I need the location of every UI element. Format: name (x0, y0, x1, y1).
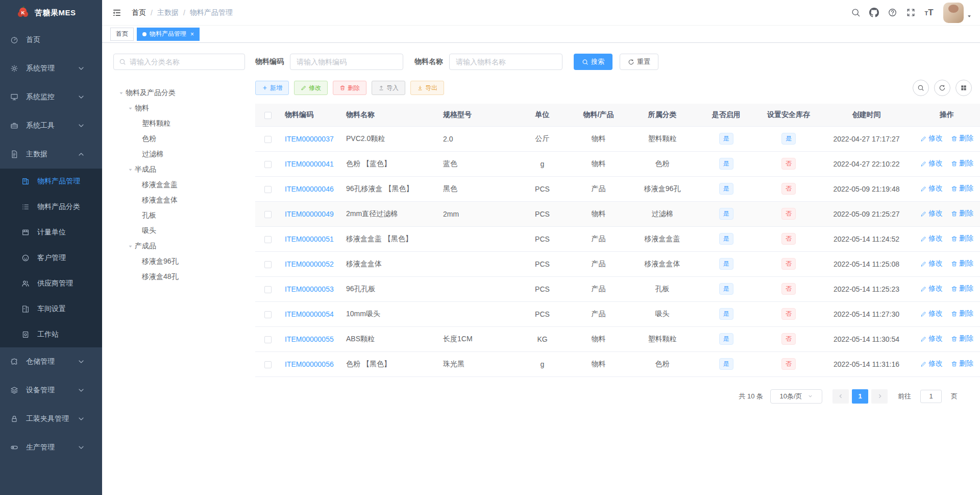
page-size-select[interactable]: 10条/页 (770, 389, 822, 404)
column-settings-icon[interactable] (955, 80, 972, 96)
material-code-link[interactable]: ITEM00000052 (285, 260, 334, 268)
tab-物料产品管理[interactable]: 物料产品管理× (137, 28, 200, 41)
row-delete-link[interactable]: 删除 (951, 309, 973, 318)
tree-node[interactable]: 移液盒96孔 (113, 254, 245, 269)
row-edit-link[interactable]: 修改 (920, 209, 943, 218)
row-delete-link[interactable]: 删除 (951, 184, 973, 193)
row-edit-link[interactable]: 修改 (920, 309, 943, 318)
sidebar-item-home[interactable]: 首页 (0, 26, 102, 54)
edit-button[interactable]: 修改 (294, 81, 328, 95)
app-logo[interactable]: K 苦糖果MES (0, 0, 102, 26)
tree-node[interactable]: 塑料颗粒 (113, 116, 245, 131)
sidebar-item-master-data[interactable]: 主数据 (0, 140, 102, 169)
sidebar-item-system-monitor[interactable]: 系统监控 (0, 83, 102, 111)
material-code-link[interactable]: ITEM00000037 (285, 135, 334, 143)
tree-node[interactable]: 过滤棉 (113, 147, 245, 162)
row-delete-link[interactable]: 删除 (951, 359, 973, 368)
row-checkbox[interactable] (264, 336, 272, 343)
tab-首页[interactable]: 首页 (110, 28, 134, 41)
avatar-caret-down-icon[interactable] (967, 14, 972, 19)
material-name-input[interactable] (449, 54, 562, 70)
row-edit-link[interactable]: 修改 (920, 284, 943, 293)
row-edit-link[interactable]: 修改 (920, 184, 943, 193)
row-delete-link[interactable]: 删除 (951, 259, 973, 268)
row-checkbox[interactable] (264, 161, 272, 168)
sidebar-item-workshop-settings[interactable]: 车间设置 (0, 296, 102, 322)
tree-node[interactable]: 产成品 (113, 239, 245, 254)
row-delete-link[interactable]: 删除 (951, 234, 973, 243)
sidebar-item-system-tools[interactable]: 系统工具 (0, 111, 102, 140)
tree-node[interactable]: 移液盒48孔 (113, 269, 245, 285)
github-icon[interactable] (865, 3, 883, 23)
breadcrumb-item[interactable]: 首页 (132, 8, 146, 17)
tree-node[interactable]: 移液盒盒盖 (113, 177, 245, 193)
sidebar-item-system-admin[interactable]: 系统管理 (0, 54, 102, 83)
material-code-link[interactable]: ITEM00000046 (285, 185, 334, 193)
row-checkbox[interactable] (264, 211, 272, 218)
tree-search-input[interactable] (130, 58, 239, 66)
row-edit-link[interactable]: 修改 (920, 159, 943, 168)
toggle-search-icon[interactable] (913, 80, 929, 96)
tree-node[interactable]: 物料及产品分类 (113, 85, 245, 101)
tree-caret-icon[interactable] (126, 168, 135, 172)
material-code-link[interactable]: ITEM00000056 (285, 360, 334, 368)
reset-button[interactable]: 重置 (620, 54, 658, 70)
search-icon[interactable] (846, 3, 865, 23)
row-delete-link[interactable]: 删除 (951, 284, 973, 293)
tree-caret-icon[interactable] (126, 106, 135, 111)
tree-node[interactable]: 吸头 (113, 223, 245, 239)
material-code-input[interactable] (290, 54, 403, 70)
avatar[interactable] (943, 3, 964, 23)
sidebar-item-production-mgmt[interactable]: 生产管理 (0, 433, 102, 462)
row-checkbox[interactable] (264, 286, 272, 293)
tree-node[interactable]: 孔板 (113, 208, 245, 223)
tree-node[interactable]: 物料 (113, 101, 245, 116)
row-checkbox[interactable] (264, 261, 272, 268)
page-number-current[interactable]: 1 (852, 389, 868, 404)
sidebar-item-measure-unit[interactable]: 计量单位 (0, 220, 102, 245)
fullscreen-icon[interactable] (901, 3, 920, 23)
row-edit-link[interactable]: 修改 (920, 134, 943, 143)
next-page-icon[interactable] (871, 389, 888, 404)
row-delete-link[interactable]: 删除 (951, 159, 973, 168)
delete-button[interactable]: 删除 (333, 81, 366, 95)
sidebar-item-workstation[interactable]: 工作站 (0, 322, 102, 347)
row-checkbox[interactable] (264, 186, 272, 193)
prev-page-icon[interactable] (832, 389, 849, 404)
sidebar-item-material-product-mgmt[interactable]: 物料产品管理 (0, 169, 102, 194)
refresh-table-icon[interactable] (934, 80, 950, 96)
row-delete-link[interactable]: 删除 (951, 209, 973, 218)
row-checkbox[interactable] (264, 311, 272, 318)
sidebar-item-customer-mgmt[interactable]: 客户管理 (0, 245, 102, 271)
row-edit-link[interactable]: 修改 (920, 359, 943, 368)
sidebar-item-supplier-mgmt[interactable]: 供应商管理 (0, 271, 102, 296)
material-code-link[interactable]: ITEM00000051 (285, 235, 334, 243)
tree-caret-icon[interactable] (116, 91, 126, 96)
sidebar-item-device-mgmt[interactable]: 设备管理 (0, 376, 102, 405)
row-checkbox[interactable] (264, 236, 272, 243)
row-edit-link[interactable]: 修改 (920, 334, 943, 343)
tree-caret-icon[interactable] (126, 244, 135, 249)
export-button[interactable]: 导出 (410, 81, 444, 95)
question-icon[interactable] (883, 3, 901, 23)
material-code-link[interactable]: ITEM00000054 (285, 310, 334, 318)
row-delete-link[interactable]: 删除 (951, 134, 973, 143)
material-code-link[interactable]: ITEM00000053 (285, 285, 334, 293)
import-button[interactable]: 导入 (372, 81, 405, 95)
search-button[interactable]: 搜索 (574, 54, 612, 70)
sidebar-item-warehouse-mgmt[interactable]: 仓储管理 (0, 347, 102, 376)
tree-node[interactable]: 移液盒盒体 (113, 193, 245, 208)
row-edit-link[interactable]: 修改 (920, 259, 943, 268)
row-checkbox[interactable] (264, 136, 272, 143)
select-all-checkbox[interactable] (264, 112, 272, 119)
material-code-link[interactable]: ITEM00000041 (285, 160, 334, 168)
sidebar-item-fixture-mgmt[interactable]: 工装夹具管理 (0, 405, 102, 433)
tree-node[interactable]: 色粉 (113, 131, 245, 147)
row-edit-link[interactable]: 修改 (920, 234, 943, 243)
add-button[interactable]: 新增 (255, 81, 289, 95)
font-size-icon[interactable]: TT (920, 3, 938, 23)
material-code-link[interactable]: ITEM00000055 (285, 335, 334, 343)
row-checkbox[interactable] (264, 361, 272, 368)
material-code-link[interactable]: ITEM00000049 (285, 210, 334, 218)
collapse-sidebar-icon[interactable] (109, 5, 125, 20)
